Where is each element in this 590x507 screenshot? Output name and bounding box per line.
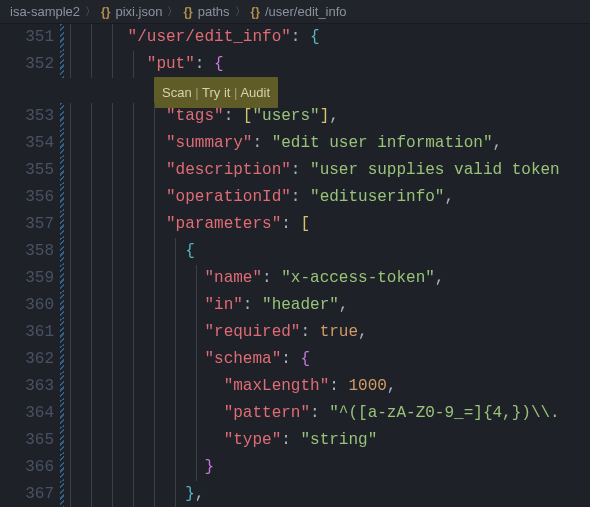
- code-content[interactable]: "parameters": [: [70, 211, 590, 238]
- token-punct: :: [252, 134, 271, 152]
- code-line[interactable]: 367 },: [0, 481, 590, 507]
- breadcrumb-item[interactable]: pixi.json: [115, 4, 162, 19]
- token-bracket-b: {: [185, 242, 195, 260]
- code-content[interactable]: "/user/edit_info": {: [70, 24, 590, 51]
- token-punct: [70, 485, 185, 503]
- token-punct: ,: [329, 107, 339, 125]
- token-key: "put": [147, 55, 195, 73]
- token-punct: :: [281, 215, 300, 233]
- code-line[interactable]: 353 "tags": ["users"],: [0, 103, 590, 130]
- code-line[interactable]: 363 "maxLength": 1000,: [0, 373, 590, 400]
- code-editor[interactable]: 351 "/user/edit_info": {352 "put": {Scan…: [0, 24, 590, 507]
- token-key: "summary": [166, 134, 252, 152]
- chevron-right-icon: 〉: [85, 4, 96, 19]
- token-punct: [70, 431, 224, 449]
- code-content[interactable]: "schema": {: [70, 346, 590, 373]
- braces-icon: {}: [251, 5, 260, 19]
- token-punct: :: [262, 269, 281, 287]
- token-punct: :: [291, 161, 310, 179]
- token-key: "description": [166, 161, 291, 179]
- breadcrumb[interactable]: isa-sample2 〉 {} pixi.json 〉 {} paths 〉 …: [0, 0, 590, 24]
- code-content[interactable]: "in": "header",: [70, 292, 590, 319]
- token-punct: :: [281, 350, 300, 368]
- line-number: 360: [0, 292, 70, 319]
- token-key: "required": [204, 323, 300, 341]
- code-content[interactable]: "type": "string": [70, 427, 590, 454]
- token-punct: ,: [492, 134, 502, 152]
- code-line[interactable]: 355 "description": "user supplies valid …: [0, 157, 590, 184]
- code-line[interactable]: 365 "type": "string": [0, 427, 590, 454]
- code-line[interactable]: 362 "schema": {: [0, 346, 590, 373]
- code-line[interactable]: 366 }: [0, 454, 590, 481]
- token-punct: [70, 242, 185, 260]
- line-number: 354: [0, 130, 70, 157]
- token-bracket-b: }: [185, 485, 195, 503]
- code-content[interactable]: "required": true,: [70, 319, 590, 346]
- line-number: 357: [0, 211, 70, 238]
- code-line[interactable]: 359 "name": "x-access-token",: [0, 265, 590, 292]
- breadcrumb-item[interactable]: /user/edit_info: [265, 4, 347, 19]
- token-number: 1000: [348, 377, 386, 395]
- token-bracket-p: {: [300, 350, 310, 368]
- codelens-audit[interactable]: Audit: [240, 85, 270, 100]
- token-punct: [70, 28, 128, 46]
- code-line[interactable]: 358 {: [0, 238, 590, 265]
- code-content[interactable]: "operationId": "edituserinfo",: [70, 184, 590, 211]
- breadcrumb-item[interactable]: paths: [198, 4, 230, 19]
- token-punct: :: [329, 377, 348, 395]
- code-line[interactable]: 364 "pattern": "^([a-zA-Z0-9_=]{4,})\\.: [0, 400, 590, 427]
- line-number: 351: [0, 24, 70, 51]
- token-bracket-y: [: [300, 215, 310, 233]
- token-string: "users": [252, 107, 319, 125]
- codelens-scan[interactable]: Scan: [162, 85, 192, 100]
- codelens-tryit[interactable]: Try it: [202, 85, 230, 100]
- code-content[interactable]: "maxLength": 1000,: [70, 373, 590, 400]
- line-number: 358: [0, 238, 70, 265]
- chevron-right-icon: 〉: [235, 4, 246, 19]
- code-content[interactable]: "name": "x-access-token",: [70, 265, 590, 292]
- token-punct: ,: [435, 269, 445, 287]
- code-line[interactable]: 351 "/user/edit_info": {: [0, 24, 590, 51]
- code-content[interactable]: {: [70, 238, 590, 265]
- code-content[interactable]: "description": "user supplies valid toke…: [70, 157, 590, 184]
- line-number: 361: [0, 319, 70, 346]
- line-number: 367: [0, 481, 70, 507]
- code-content[interactable]: },: [70, 481, 590, 507]
- token-key: "operationId": [166, 188, 291, 206]
- code-content[interactable]: "pattern": "^([a-zA-Z0-9_=]{4,})\\.: [70, 400, 590, 427]
- code-content[interactable]: "tags": ["users"],: [70, 103, 590, 130]
- code-line[interactable]: 352 "put": {Scan | Try it | Audit: [0, 51, 590, 103]
- separator: |: [195, 85, 198, 100]
- token-punct: [70, 55, 147, 73]
- token-string: "string": [300, 431, 377, 449]
- token-key: "maxLength": [224, 377, 330, 395]
- token-key: "pattern": [224, 404, 310, 422]
- token-key: "tags": [166, 107, 224, 125]
- token-punct: [70, 107, 166, 125]
- token-key: "type": [224, 431, 282, 449]
- line-number: 355: [0, 157, 70, 184]
- code-line[interactable]: 361 "required": true,: [0, 319, 590, 346]
- token-punct: :: [195, 55, 214, 73]
- token-punct: :: [291, 28, 310, 46]
- token-punct: ,: [444, 188, 454, 206]
- code-content[interactable]: }: [70, 454, 590, 481]
- code-content[interactable]: "put": {Scan | Try it | Audit: [70, 51, 590, 78]
- code-line[interactable]: 360 "in": "header",: [0, 292, 590, 319]
- line-number: 364: [0, 400, 70, 427]
- token-punct: :: [243, 296, 262, 314]
- braces-icon: {}: [183, 5, 192, 19]
- code-line[interactable]: 356 "operationId": "edituserinfo",: [0, 184, 590, 211]
- token-punct: :: [281, 431, 300, 449]
- code-line[interactable]: 357 "parameters": [: [0, 211, 590, 238]
- token-key: "parameters": [166, 215, 281, 233]
- line-number: 353: [0, 103, 70, 130]
- token-punct: :: [300, 323, 319, 341]
- code-content[interactable]: "summary": "edit user information",: [70, 130, 590, 157]
- code-line[interactable]: 354 "summary": "edit user information",: [0, 130, 590, 157]
- token-string: "edituserinfo": [310, 188, 444, 206]
- token-punct: :: [291, 188, 310, 206]
- breadcrumb-item[interactable]: isa-sample2: [10, 4, 80, 19]
- token-string: "edit user information": [272, 134, 493, 152]
- token-bracket-p: }: [204, 458, 214, 476]
